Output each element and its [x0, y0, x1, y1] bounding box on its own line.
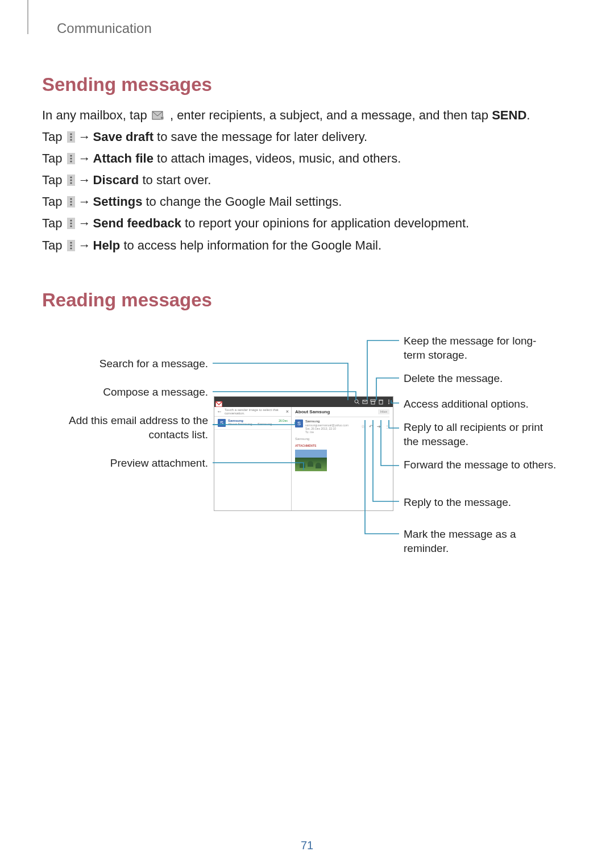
device-screenshot: ← Touch a sender image to select that co… — [214, 396, 393, 511]
menu-item-label: Send feedback — [93, 216, 181, 230]
svg-line-31 — [358, 402, 359, 404]
svg-point-37 — [388, 400, 389, 401]
callout-additional-options: Access additional options. — [404, 397, 557, 412]
text: In any mailbox, tap — [42, 108, 151, 122]
text: , enter recipients, a subject, and a mes… — [170, 108, 492, 122]
sender-avatar-icon: S — [295, 420, 303, 427]
svg-point-10 — [70, 158, 72, 160]
menu-item-label: Discard — [93, 173, 139, 187]
sender-avatar-icon: S — [218, 419, 226, 427]
attachment-thumbnail — [295, 450, 327, 471]
breadcrumb: Communication — [42, 20, 572, 36]
left-header-text: Touch a sender image to select that conv… — [225, 408, 284, 415]
text: Tap — [42, 130, 66, 144]
sending-instruction: Tap →Save draft to save the message for … — [42, 127, 572, 147]
menu-item-label: Help — [93, 238, 121, 252]
arrow-right-icon: → — [78, 127, 91, 147]
star-icon: ☆ — [361, 424, 366, 429]
svg-point-19 — [70, 204, 72, 206]
compose-icon — [362, 399, 368, 405]
arrow-right-icon: → — [78, 214, 91, 233]
menu-item-label: Attach file — [93, 151, 154, 165]
compose-mail-icon — [152, 107, 165, 119]
text: to report your opinions for application … — [181, 216, 469, 230]
svg-point-7 — [70, 139, 72, 140]
gmail-logo-icon — [215, 399, 222, 405]
text: Tap — [42, 238, 66, 252]
sending-instruction: Tap →Settings to change the Google Mail … — [42, 192, 572, 211]
options-dots-icon — [67, 194, 75, 205]
menu-item-label: Save draft — [93, 130, 154, 144]
reading-diagram: Search for a message. Compose a message.… — [42, 334, 572, 584]
callout-reply-all-print: Reply to all recipients or print the mes… — [404, 420, 557, 449]
svg-point-17 — [70, 198, 72, 200]
heading-sending-messages: Sending messages — [42, 74, 572, 95]
svg-point-9 — [70, 155, 72, 157]
callout-search-message: Search for a message. — [77, 356, 208, 371]
arrow-right-icon: → — [78, 149, 91, 168]
to-line: To: me — [305, 430, 349, 434]
options-dots-icon — [67, 129, 75, 140]
svg-point-22 — [70, 223, 72, 225]
svg-point-26 — [70, 244, 72, 246]
message-more-icon: ⋮ — [385, 424, 389, 429]
text: to save the message for later delivery. — [154, 130, 367, 144]
more-options-icon — [386, 399, 392, 405]
close-icon: × — [286, 409, 289, 414]
page-number: 71 — [0, 839, 614, 852]
callout-forward: Forward the message to others. — [404, 458, 557, 472]
text: . — [526, 108, 530, 122]
options-dots-icon — [67, 215, 75, 227]
delete-icon — [378, 399, 384, 405]
message-subject: About Samsung — [295, 409, 330, 414]
heading-reading-messages: Reading messages — [42, 289, 572, 311]
callout-mark-reminder: Mark the message as a reminder. — [404, 527, 557, 556]
text: Tap — [42, 173, 66, 187]
sending-instruction: Tap →Attach file to attach images, video… — [42, 149, 572, 168]
text: Tap — [42, 151, 66, 165]
text: Tap — [42, 216, 66, 230]
svg-point-27 — [70, 247, 72, 249]
sending-intro: In any mailbox, tap , enter recipients, … — [42, 106, 572, 125]
attachments-label: ATTACHMENTS — [295, 444, 389, 447]
text: to attach images, videos, music, and oth… — [154, 151, 401, 165]
options-dots-icon — [67, 238, 75, 249]
search-icon — [354, 399, 360, 405]
svg-point-6 — [70, 136, 72, 138]
callout-add-contact: Add this email address to the contacts l… — [65, 413, 208, 442]
svg-rect-34 — [371, 401, 375, 404]
archive-icon — [370, 399, 376, 405]
svg-point-18 — [70, 201, 72, 203]
inbox-badge: Inbox — [378, 409, 389, 414]
svg-point-23 — [70, 226, 72, 227]
options-dots-icon — [67, 151, 75, 162]
reply-icon: ↶ — [369, 424, 374, 429]
svg-point-21 — [70, 220, 72, 222]
sender-name: Samsung — [305, 420, 349, 423]
svg-point-15 — [70, 182, 72, 184]
svg-point-25 — [70, 242, 72, 243]
text: to change the Google Mail settings. — [142, 194, 342, 209]
arrow-right-icon: → — [78, 236, 91, 255]
sending-instruction: Tap →Discard to start over. — [42, 171, 572, 190]
svg-point-39 — [388, 403, 389, 404]
forward-icon: ➔ — [377, 424, 381, 429]
send-label: SEND — [492, 108, 526, 122]
text: to access help information for the Googl… — [120, 238, 381, 252]
list-date: 26 Dec — [279, 419, 288, 427]
text: to start over. — [139, 173, 211, 187]
sending-instruction: Tap →Help to access help information for… — [42, 236, 572, 255]
svg-point-5 — [70, 133, 72, 135]
svg-point-13 — [70, 177, 72, 178]
list-preview-text: About Samsung — Samsung — [228, 422, 272, 426]
callout-compose-message: Compose a message. — [77, 385, 208, 400]
message-body: Samsung — [295, 437, 389, 441]
callout-reply: Reply to the message. — [404, 495, 557, 510]
svg-point-38 — [388, 401, 389, 402]
arrow-right-icon: → — [78, 192, 91, 211]
back-arrow-icon: ← — [217, 408, 222, 414]
callout-delete: Delete the message. — [404, 371, 557, 386]
menu-item-label: Settings — [93, 194, 143, 209]
options-dots-icon — [67, 172, 75, 184]
arrow-right-icon: → — [78, 171, 91, 190]
